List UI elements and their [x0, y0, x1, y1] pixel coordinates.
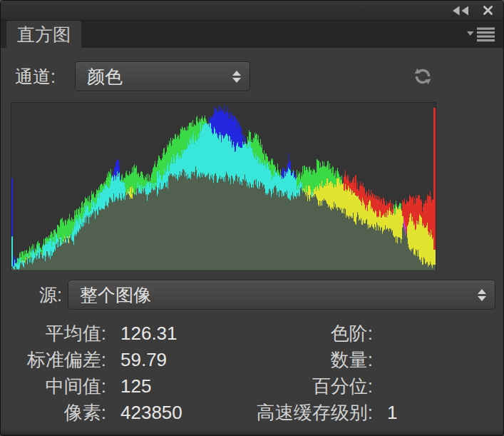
stat-value: 126.31 — [120, 323, 178, 345]
channel-select[interactable]: 颜色 — [75, 61, 250, 91]
stat-label: 像素: — [1, 400, 106, 425]
stat-mean: 平均值: 126.31 — [1, 320, 243, 347]
stat-label: 色阶: — [243, 321, 373, 346]
source-select[interactable]: 整个图像 — [68, 280, 495, 310]
stat-value: 1 — [387, 402, 397, 424]
stat-label: 百分位: — [243, 374, 373, 399]
panel-content: 通道: 颜色 — [1, 61, 503, 426]
stat-label: 数量: — [243, 348, 373, 372]
collapse-panel-icon[interactable] — [452, 6, 470, 16]
stat-label: 中间值: — [1, 374, 106, 399]
stat-percentile: 百分位: — [243, 373, 503, 400]
stat-cache-level: 高速缓存级别: 1 — [243, 400, 503, 426]
uncached-refresh-icon[interactable] — [413, 66, 433, 86]
histogram-display — [11, 102, 436, 270]
tab-label: 直方图 — [17, 23, 71, 46]
panel-menu-icon[interactable] — [467, 26, 496, 42]
close-icon[interactable] — [483, 5, 493, 16]
stat-label: 高速缓存级别: — [243, 400, 373, 425]
tab-histogram[interactable]: 直方图 — [6, 21, 81, 48]
stat-pixels: 像素: 423850 — [1, 400, 243, 426]
histogram-canvas — [11, 103, 436, 270]
stats-left-column: 平均值: 126.31 标准偏差: 59.79 中间值: 125 像素: 423… — [1, 320, 243, 426]
stat-std-dev: 标准偏差: 59.79 — [1, 347, 243, 373]
titlebar — [1, 1, 503, 21]
statistics: 平均值: 126.31 标准偏差: 59.79 中间值: 125 像素: 423… — [1, 320, 503, 426]
stat-label: 标准偏差: — [1, 348, 106, 372]
histogram-panel-window: 直方图 通道: 颜色 — [0, 0, 504, 436]
dropdown-arrows-icon — [232, 71, 241, 83]
dropdown-arrows-icon — [478, 289, 486, 301]
tab-bar: 直方图 — [1, 21, 503, 48]
stat-value: 423850 — [120, 402, 182, 424]
stat-level: 色阶: — [243, 320, 503, 347]
channel-label: 通道: — [15, 65, 75, 88]
source-selected-value: 整个图像 — [80, 283, 151, 307]
source-row: 源: 整个图像 — [1, 280, 503, 310]
stat-value: 59.79 — [120, 349, 167, 371]
source-label: 源: — [39, 283, 62, 307]
stat-value: 125 — [120, 375, 151, 397]
stat-median: 中间值: 125 — [1, 373, 243, 400]
stat-count: 数量: — [243, 347, 503, 373]
channel-row: 通道: 颜色 — [1, 61, 503, 91]
stat-label: 平均值: — [1, 321, 106, 346]
channel-selected-value: 颜色 — [87, 65, 123, 88]
stats-right-column: 色阶: 数量: 百分位: 高速缓存级别: 1 — [243, 320, 503, 426]
